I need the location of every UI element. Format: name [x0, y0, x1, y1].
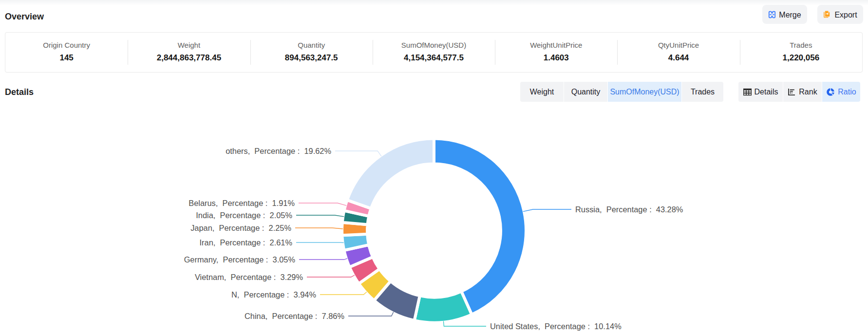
- svg-text:Japan, Percentage : 2.25%: Japan, Percentage : 2.25%: [190, 223, 291, 232]
- svg-text:Russia, Percentage : 43.28%: Russia, Percentage : 43.28%: [575, 205, 683, 214]
- svg-text:Germany, Percentage : 3.05%: Germany, Percentage : 3.05%: [184, 255, 295, 264]
- svg-text:China, Percentage : 7.86%: China, Percentage : 7.86%: [245, 312, 344, 320]
- svg-text:N, Percentage : 3.94%: N, Percentage : 3.94%: [231, 290, 316, 299]
- svg-text:Belarus, Percentage : 1.91%: Belarus, Percentage : 1.91%: [189, 199, 295, 207]
- svg-text:Vietnam, Percentage : 3.29%: Vietnam, Percentage : 3.29%: [195, 273, 303, 281]
- svg-text:Iran, Percentage : 2.61%: Iran, Percentage : 2.61%: [200, 238, 292, 247]
- svg-text:India, Percentage : 2.05%: India, Percentage : 2.05%: [196, 211, 292, 220]
- svg-text:others, Percentage : 19.62%: others, Percentage : 19.62%: [226, 147, 331, 155]
- svg-text:United States, Percentage :: United States, Percentage : 10.14%: [490, 322, 622, 331]
